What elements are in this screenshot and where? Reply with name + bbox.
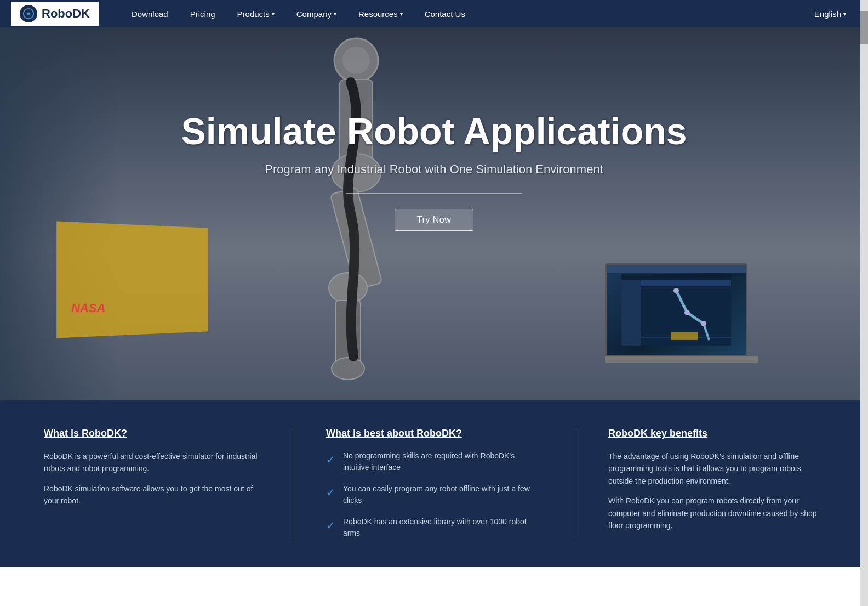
products-chevron-icon: ▾ [272, 11, 275, 17]
info-col-3-para2: With RoboDK you can program robots direc… [608, 495, 824, 531]
hero-subtitle: Program any Industrial Robot with One Si… [181, 162, 687, 177]
svg-rect-10 [621, 280, 641, 346]
nav-resources[interactable]: Resources ▾ [347, 0, 414, 27]
laptop [605, 263, 758, 373]
nav-contact[interactable]: Contact Us [414, 0, 476, 27]
hero-title: Simulate Robot Applications [181, 110, 687, 152]
nav-links: Download Pricing Products ▾ Company ▾ Re… [121, 0, 803, 27]
checklist-item-1: ✓ No programming skills are required wit… [326, 450, 542, 473]
logo[interactable]: RoboDK [11, 2, 99, 26]
svg-point-8 [332, 358, 364, 380]
language-chevron-icon: ▾ [843, 11, 846, 17]
hero-divider [346, 193, 522, 194]
info-section: What is RoboDK? RoboDK is a powerful and… [0, 400, 868, 567]
checklist-text-2: You can easily program any robot offline… [343, 483, 542, 506]
info-col-2: What is best about RoboDK? ✓ No programm… [326, 428, 542, 539]
scrollbar-thumb[interactable] [860, 11, 868, 44]
svg-point-2 [342, 47, 370, 74]
nav-pricing[interactable]: Pricing [179, 0, 226, 27]
col-divider-1 [293, 428, 293, 539]
resources-chevron-icon: ▾ [400, 11, 403, 17]
info-col-3: RoboDK key benefits The advantage of usi… [608, 428, 824, 539]
nav-download[interactable]: Download [121, 0, 179, 27]
svg-rect-20 [671, 332, 698, 340]
checklist-item-3: ✓ RoboDK has an extensive library with o… [326, 516, 542, 539]
check-icon-3: ✓ [326, 517, 335, 534]
laptop-content [607, 265, 746, 355]
info-col-3-title: RoboDK key benefits [608, 428, 824, 439]
checklist-item-2: ✓ You can easily program any robot offli… [326, 483, 542, 506]
checklist-text-1: No programming skills are required with … [343, 450, 542, 473]
try-now-button[interactable]: Try Now [395, 209, 473, 231]
checklist: ✓ No programming skills are required wit… [326, 450, 542, 539]
svg-rect-11 [641, 280, 731, 286]
language-selector[interactable]: English ▾ [803, 9, 857, 19]
nasa-box [56, 222, 208, 338]
info-col-2-title: What is best about RoboDK? [326, 428, 542, 439]
laptop-screen [605, 263, 747, 356]
info-col-1-title: What is RoboDK? [44, 428, 260, 439]
info-col-1-para2: RoboDK simulation software allows you to… [44, 483, 260, 507]
screen-visualization [621, 274, 731, 346]
navbar: RoboDK Download Pricing Products ▾ Compa… [0, 0, 868, 27]
scrollbar[interactable] [860, 0, 868, 567]
nav-products[interactable]: Products ▾ [226, 0, 285, 27]
svg-point-18 [701, 321, 706, 326]
col-divider-2 [575, 428, 575, 539]
check-icon-1: ✓ [326, 451, 335, 468]
hero-section: NASA [0, 27, 868, 400]
hero-left-overlay [0, 27, 121, 400]
info-col-1: What is RoboDK? RoboDK is a powerful and… [44, 428, 260, 539]
check-icon-2: ✓ [326, 484, 335, 501]
hero-content: Simulate Robot Applications Program any … [181, 110, 687, 231]
svg-point-17 [684, 310, 690, 315]
laptop-toolbar [607, 265, 746, 273]
laptop-base [605, 356, 758, 363]
nav-company[interactable]: Company ▾ [285, 0, 347, 27]
svg-point-16 [673, 288, 679, 293]
info-col-3-para1: The advantage of using RoboDK's simulati… [608, 450, 824, 487]
checklist-text-3: RoboDK has an extensive library with ove… [343, 516, 542, 539]
company-chevron-icon: ▾ [334, 11, 336, 17]
logo-icon [20, 5, 37, 22]
nasa-label: NASA [71, 301, 105, 315]
logo-text: RoboDK [42, 7, 90, 21]
info-col-1-para1: RoboDK is a powerful and cost-effective … [44, 450, 260, 475]
